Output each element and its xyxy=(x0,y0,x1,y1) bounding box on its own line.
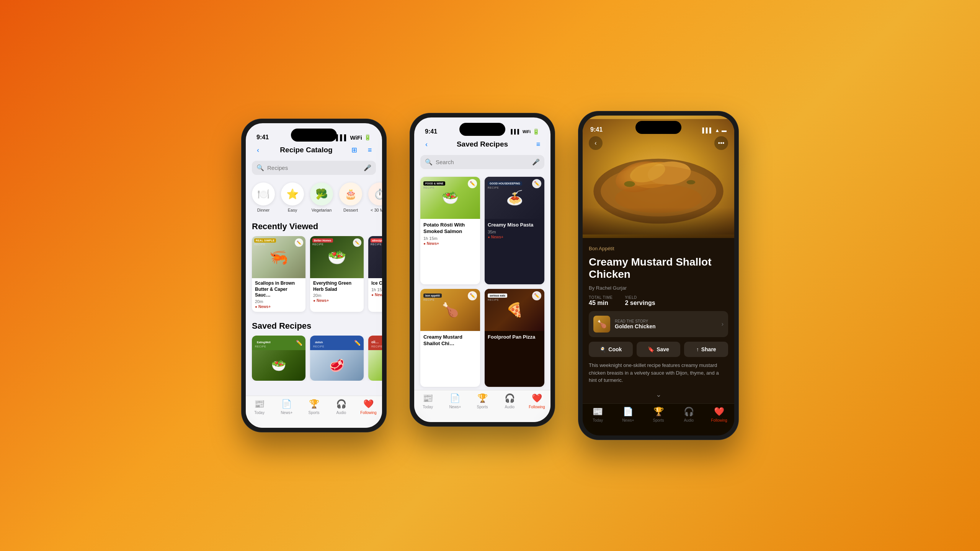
wifi-icon-3: ▲ xyxy=(715,127,720,133)
tab-following-2[interactable]: ❤️ Following xyxy=(523,393,550,409)
time-2: 9:41 xyxy=(425,128,437,135)
rv-card-icecream[interactable]: 🍰 allrecipes RECIPE ✏️ Ice Cr… Cake… 1h … xyxy=(368,236,382,312)
search-input-2[interactable] xyxy=(436,159,529,165)
foodwine-source: FOOD & WINE RECIPE xyxy=(423,179,445,189)
tab-sports-2[interactable]: 🏆 Sports xyxy=(469,393,496,409)
time-1: 9:41 xyxy=(256,134,269,141)
category-30mins[interactable]: ⏱️ < 30 Mins xyxy=(368,183,382,212)
back-button-2[interactable]: ‹ xyxy=(420,138,433,150)
eatingwell-badge: EatingWell xyxy=(255,340,273,344)
dinner-label: Dinner xyxy=(257,208,270,212)
tab-newsplus-3[interactable]: 📄 News+ xyxy=(613,407,643,422)
vegetarian-label: Vegetarian xyxy=(312,208,332,212)
scallops-edit-btn[interactable]: ✏️ xyxy=(295,238,303,247)
potato-rosti-body: Potato Rösti With Smoked Salmon 1h 15m ●… xyxy=(420,219,480,249)
category-vegetarian[interactable]: 🥦 Vegetarian xyxy=(310,183,333,212)
recently-viewed-row: 🦐 REAL SIMPLE RECIPE ✏️ Scallops in Brow… xyxy=(246,236,382,318)
saved-card-delish[interactable]: delish RECIPE ✏️ 🥩 xyxy=(310,336,364,381)
mustard-chicken-header: bon appétit RECIPE ✏️ xyxy=(420,289,480,303)
grid-card-miso-pasta[interactable]: 🍝 GOOD HOUSEKEEPING RECIPE ✏️ Creamy Mis… xyxy=(485,177,544,284)
screen-recipe-catalog: 9:41 ▌▌▌ WiFi 🔋 ‹ Recipe Catalog ⊞ ≡ 🔍 xyxy=(246,123,382,428)
read-story-card[interactable]: 🍗 READ THE STORY Golden Chicken › xyxy=(589,311,728,337)
pan-pizza-bookmark[interactable]: ✏️ xyxy=(532,291,541,300)
oli-badge: oli… xyxy=(371,340,379,344)
cook-label: Cook xyxy=(608,346,622,352)
mic-icon-1[interactable]: 🎤 xyxy=(364,164,371,171)
grid-icon[interactable]: ⊞ xyxy=(348,144,361,156)
tab-audio-1[interactable]: 🎧 Audio xyxy=(328,399,355,415)
following-icon-1: ❤️ xyxy=(363,399,374,409)
search-bar-2[interactable]: 🔍 🎤 xyxy=(420,155,544,169)
search-icon-1: 🔍 xyxy=(256,164,264,171)
tab-following-1[interactable]: ❤️ Following xyxy=(355,399,382,415)
dessert-icon-circle: 🎂 xyxy=(339,183,362,205)
grid-card-potato-rosti[interactable]: 🥗 FOOD & WINE RECIPE ✏️ Potato Rösti Wit… xyxy=(420,177,480,284)
category-dessert[interactable]: 🎂 Dessert xyxy=(339,183,362,212)
menu-icon[interactable]: ≡ xyxy=(364,144,376,156)
eatingwell-img: 🥗 xyxy=(252,350,305,381)
delish-header: delish RECIPE ✏️ xyxy=(310,336,364,350)
saved-card-oli[interactable]: oli… RECIPE ✏️ 🍋 xyxy=(368,336,382,381)
scroll-down-icon[interactable]: ⌄ xyxy=(589,390,728,399)
potato-rosti-time: 1h 15m xyxy=(423,236,477,241)
battery-icon: 🔋 xyxy=(364,134,371,141)
saved-card-eatingwell[interactable]: EatingWell RECIPE ✏️ 🥗 xyxy=(252,336,305,381)
detail-meta: TOTAL TIME 45 min YIELD 2 servings xyxy=(589,295,728,306)
svg-point-8 xyxy=(687,180,696,184)
rv-card-scallops[interactable]: 🦐 REAL SIMPLE RECIPE ✏️ Scallops in Brow… xyxy=(252,236,305,312)
tab-today-1[interactable]: 📰 Today xyxy=(246,399,273,415)
sports-icon-3: 🏆 xyxy=(653,407,664,417)
mustard-chicken-bookmark[interactable]: ✏️ xyxy=(468,291,477,300)
eatingwell-bookmark[interactable]: ✏️ xyxy=(296,340,302,346)
back-button-1[interactable]: ‹ xyxy=(252,144,264,156)
hero-back-button[interactable]: ‹ xyxy=(589,136,603,150)
newsplus-icon-2: 📄 xyxy=(450,393,460,403)
bonapp-badge: bon appétit xyxy=(423,293,442,298)
rv-card-salad[interactable]: 🥗 Better Homes RECIPE ✏️ Everything Gree… xyxy=(310,236,364,312)
newsplus-label-2: News+ xyxy=(449,405,461,409)
sports-label-1: Sports xyxy=(309,411,320,415)
goodhk-source: GOOD HOUSEKEEPING RECIPE xyxy=(488,179,522,189)
cook-button[interactable]: 🍳 Cook xyxy=(589,342,633,357)
search-bar-1[interactable]: 🔍 🎤 xyxy=(252,161,376,175)
audio-icon-2: 🎧 xyxy=(505,393,515,403)
search-input-1[interactable] xyxy=(267,165,361,171)
detail-author: By Rachel Gurjar xyxy=(589,285,728,291)
save-button[interactable]: 🔖 Save xyxy=(637,342,681,357)
saved-recipes-header-1: Saved Recipes xyxy=(246,318,382,336)
allrecipes-recipe-label: RECIPE xyxy=(371,243,382,246)
tab-audio-3[interactable]: 🎧 Audio xyxy=(674,407,704,422)
menu-icon-2[interactable]: ≡ xyxy=(532,138,544,150)
story-text: READ THE STORY Golden Chicken xyxy=(615,319,717,329)
rv-card-salad-img: 🥗 Better Homes RECIPE ✏️ xyxy=(310,236,364,278)
bhg-recipe-label: RECIPE xyxy=(312,243,333,246)
salad-edit-btn[interactable]: ✏️ xyxy=(353,238,361,247)
grid-card-mustard-chicken[interactable]: 🍗 bon appétit RECIPE ✏️ Creamy Mustard S… xyxy=(420,289,480,387)
miso-pasta-bookmark[interactable]: ✏️ xyxy=(532,179,541,188)
following-label-2: Following xyxy=(529,405,545,409)
tab-today-3[interactable]: 📰 Today xyxy=(583,407,613,422)
tab-following-3[interactable]: ❤️ Following xyxy=(704,407,734,422)
grid-card-pan-pizza[interactable]: 🍕 serious eats RECIPE ✏️ Foolproof Pan P… xyxy=(485,289,544,387)
tab-sports-1[interactable]: 🏆 Sports xyxy=(300,399,327,415)
scallops-time: 20m xyxy=(255,299,302,304)
tab-newsplus-1[interactable]: 📄 News+ xyxy=(273,399,300,415)
category-easy[interactable]: ⭐ Easy xyxy=(281,183,304,212)
tab-sports-3[interactable]: 🏆 Sports xyxy=(643,407,673,422)
tab-today-2[interactable]: 📰 Today xyxy=(414,393,441,409)
newsplus-icon-3: 📄 xyxy=(623,407,633,417)
tab-audio-2[interactable]: 🎧 Audio xyxy=(496,393,523,409)
tab-newsplus-2[interactable]: 📄 News+ xyxy=(441,393,469,409)
newsplus-label-1: News+ xyxy=(281,411,292,415)
delish-bookmark[interactable]: ✏️ xyxy=(354,340,361,346)
today-label-3: Today xyxy=(593,418,603,422)
potato-rosti-bookmark[interactable]: ✏️ xyxy=(468,179,477,188)
time-3: 9:41 xyxy=(590,126,603,133)
share-button[interactable]: ↑ Share xyxy=(684,342,728,357)
category-dinner[interactable]: 🍽️ Dinner xyxy=(252,183,275,212)
30mins-label: < 30 Mins xyxy=(371,208,382,212)
mic-icon-2[interactable]: 🎤 xyxy=(532,158,540,166)
hero-more-button[interactable]: ••• xyxy=(714,136,728,150)
potato-rosti-header: FOOD & WINE RECIPE ✏️ xyxy=(420,177,480,191)
goodhk-badge: GOOD HOUSEKEEPING xyxy=(488,181,522,186)
